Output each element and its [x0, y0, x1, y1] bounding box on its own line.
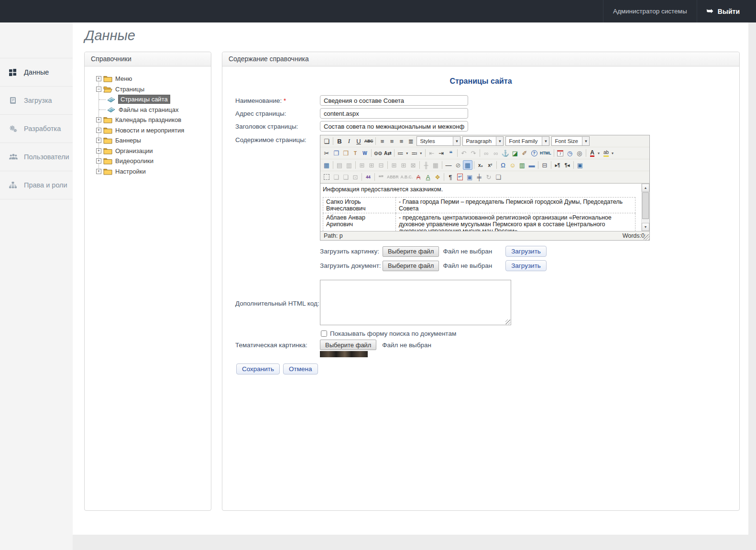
insert-flash-icon[interactable]: ▬: [527, 160, 537, 170]
absolute-position-icon[interactable]: ⊡: [351, 172, 360, 182]
editor-scrollbar[interactable]: ▲ ▼: [641, 184, 649, 231]
page-address-input[interactable]: [320, 108, 468, 119]
tree-expander-icon[interactable]: +: [96, 117, 101, 122]
move-backward-icon[interactable]: ❏: [341, 172, 351, 182]
left-to-right-icon[interactable]: ▸¶: [553, 160, 562, 170]
copy-icon[interactable]: ❐: [331, 148, 341, 158]
sidebar-item-загрузка[interactable]: Загрузка: [0, 87, 73, 115]
scroll-up-icon[interactable]: ▲: [642, 184, 649, 192]
upload-document-button[interactable]: Загрузить: [505, 260, 547, 271]
tree-item-label[interactable]: Меню: [115, 75, 132, 82]
font-size-select[interactable]: Font Size▼: [551, 136, 590, 146]
paste-icon[interactable]: ❒: [341, 148, 351, 158]
move-forward-icon[interactable]: ❏: [331, 172, 341, 182]
tree-expander-icon[interactable]: +: [96, 128, 101, 133]
text-color-menu-icon[interactable]: ▾: [596, 148, 602, 158]
delete-column-icon[interactable]: ⊠: [408, 160, 418, 170]
find-replace-icon[interactable]: A⇄: [383, 148, 393, 158]
paste-from-word-icon[interactable]: W: [360, 148, 370, 158]
scroll-down-icon[interactable]: ▼: [642, 223, 649, 231]
insert-column-after-icon[interactable]: ⊞: [399, 160, 408, 170]
citation-icon[interactable]: ❝❞: [376, 172, 386, 182]
tree-item-label[interactable]: Календарь праздников: [115, 116, 181, 123]
merge-cells-icon[interactable]: ▦: [431, 160, 440, 170]
tree-expander-icon[interactable]: +: [96, 158, 101, 164]
tree-item-label[interactable]: Видеоролики: [115, 157, 153, 165]
indent-icon[interactable]: ⇥: [437, 148, 446, 158]
tree-expander-icon[interactable]: +: [96, 169, 101, 174]
align-center-icon[interactable]: ≡: [387, 136, 396, 146]
tree-expander-icon[interactable]: +: [96, 148, 101, 154]
preview-icon[interactable]: ◎: [575, 148, 584, 158]
sidebar-item-пользователи[interactable]: Пользователи: [0, 143, 73, 171]
unlink-icon[interactable]: ∞: [491, 148, 501, 158]
abbreviation-icon[interactable]: ABBR: [386, 172, 400, 182]
background-color-icon[interactable]: ab: [602, 148, 611, 158]
align-right-icon[interactable]: ≡: [396, 136, 406, 146]
deleted-text-icon[interactable]: A: [414, 172, 423, 182]
cleanup-code-icon[interactable]: ✐: [520, 148, 529, 158]
tree-item-label[interactable]: Организации: [115, 147, 153, 154]
blockquote-icon[interactable]: ❝: [446, 148, 456, 158]
split-cells-icon[interactable]: ╫: [421, 160, 431, 170]
tree-item-label[interactable]: Новости и мероприятия: [115, 127, 184, 134]
save-button[interactable]: Сохранить: [236, 363, 280, 374]
html-code-textarea[interactable]: [320, 280, 511, 325]
insert-media-icon[interactable]: ▥: [517, 160, 527, 170]
nonbreaking-space-icon[interactable]: ↵: [455, 172, 465, 182]
tree-item-label[interactable]: Настройки: [115, 168, 146, 175]
style-properties-icon[interactable]: 44: [363, 172, 373, 182]
emoticons-icon[interactable]: ☺: [508, 160, 517, 170]
special-character-icon[interactable]: Ω: [498, 160, 508, 170]
page-break-icon[interactable]: ╪: [474, 172, 484, 182]
insert-time-icon[interactable]: ◷: [565, 148, 575, 158]
insert-link-icon[interactable]: ∞: [482, 148, 491, 158]
tree-item-label[interactable]: Страницы сайта: [119, 95, 170, 103]
code-preview-icon[interactable]: ❏: [493, 172, 503, 182]
styles-select[interactable]: Styles▼: [416, 136, 460, 146]
tree-expander-icon[interactable]: −: [96, 87, 101, 92]
insert-image-icon[interactable]: ◪: [510, 148, 520, 158]
upload-image-button[interactable]: Загрузить: [505, 246, 547, 257]
tree-item-label[interactable]: Баннеры: [115, 137, 141, 144]
paste-as-text-icon[interactable]: T: [351, 148, 360, 158]
acronym-icon[interactable]: A.B.C.: [400, 172, 414, 182]
numbered-list-icon[interactable]: ≕: [410, 148, 419, 158]
sidebar-item-данные[interactable]: Данные: [0, 58, 73, 87]
find-icon[interactable]: ⊙⊙: [373, 148, 383, 158]
insert-date-icon[interactable]: 7: [556, 148, 565, 158]
insert-row-before-icon[interactable]: ⊞: [357, 160, 367, 170]
strikethrough-icon[interactable]: ABC: [363, 136, 374, 146]
new-document-icon[interactable]: ❏: [322, 136, 331, 146]
inserted-text-icon[interactable]: A: [423, 172, 433, 182]
logout-button[interactable]: ➦ Выйти: [697, 0, 756, 22]
visual-characters-icon[interactable]: ¶: [446, 172, 455, 182]
outdent-icon[interactable]: ⇤: [427, 148, 437, 158]
background-color-menu-icon[interactable]: ▾: [610, 148, 615, 158]
print-icon[interactable]: ⊟: [540, 160, 549, 170]
numbered-list-menu-icon[interactable]: ▾: [418, 148, 424, 158]
sidebar-item-права-и-роли[interactable]: Права и роли: [0, 171, 73, 199]
page-header-input[interactable]: [320, 121, 468, 132]
italic-icon[interactable]: I: [344, 136, 354, 146]
fullscreen-icon[interactable]: ▣: [575, 160, 585, 170]
insert-column-before-icon[interactable]: ⊞: [389, 160, 399, 170]
anchor-icon[interactable]: ⚓: [501, 148, 510, 158]
remove-formatting-icon[interactable]: ⊘: [453, 160, 463, 170]
redo-icon[interactable]: ↷: [469, 148, 478, 158]
text-color-icon[interactable]: A: [588, 148, 597, 158]
tree-expander-icon[interactable]: +: [96, 138, 101, 143]
current-user-button[interactable]: Администратор системы: [603, 0, 697, 22]
insert-row-after-icon[interactable]: ⊞: [367, 160, 376, 170]
restore-draft-icon[interactable]: ↻: [484, 172, 493, 182]
paragraph-select[interactable]: Paragraph▼: [462, 136, 504, 146]
bold-icon[interactable]: B: [335, 136, 344, 146]
horizontal-rule-icon[interactable]: —: [444, 160, 453, 170]
editor-canvas[interactable]: Информация предоставляется заказчиком. С…: [320, 183, 649, 231]
subscript-icon[interactable]: x₂: [476, 160, 485, 170]
align-left-icon[interactable]: ≡: [377, 136, 387, 146]
delete-row-icon[interactable]: ⊟: [376, 160, 386, 170]
upload-document-choose-file-button[interactable]: Выберите файл: [383, 261, 439, 271]
cut-icon[interactable]: ✂: [322, 148, 331, 158]
font-family-select[interactable]: Font Family▼: [505, 136, 549, 146]
